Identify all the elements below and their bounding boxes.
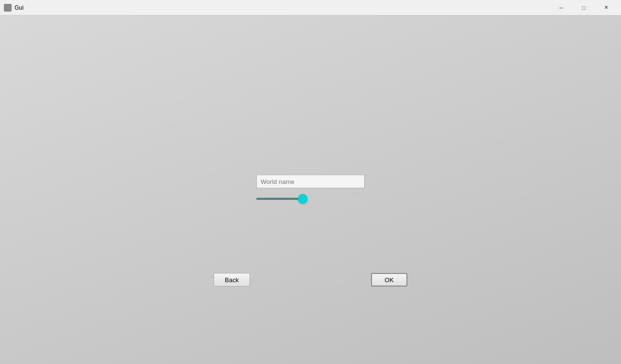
world-name-input[interactable] bbox=[256, 175, 365, 188]
close-button[interactable]: ✕ bbox=[595, 0, 617, 15]
window-title: Gui bbox=[15, 4, 24, 11]
main-window: Gui ─ □ ✕ Back OK bbox=[0, 0, 621, 364]
app-icon bbox=[4, 4, 12, 12]
form-area bbox=[256, 175, 365, 200]
maximize-button[interactable]: □ bbox=[573, 0, 595, 15]
titlebar-controls: ─ □ ✕ bbox=[550, 0, 617, 15]
buttons-area: Back OK bbox=[214, 273, 407, 287]
ok-button[interactable]: OK bbox=[371, 273, 407, 287]
content-area: Back OK bbox=[0, 15, 621, 364]
minimize-button[interactable]: ─ bbox=[550, 0, 573, 15]
titlebar-left: Gui bbox=[4, 4, 24, 12]
titlebar: Gui ─ □ ✕ bbox=[0, 0, 621, 15]
slider-container bbox=[256, 198, 365, 200]
back-button[interactable]: Back bbox=[214, 273, 250, 287]
